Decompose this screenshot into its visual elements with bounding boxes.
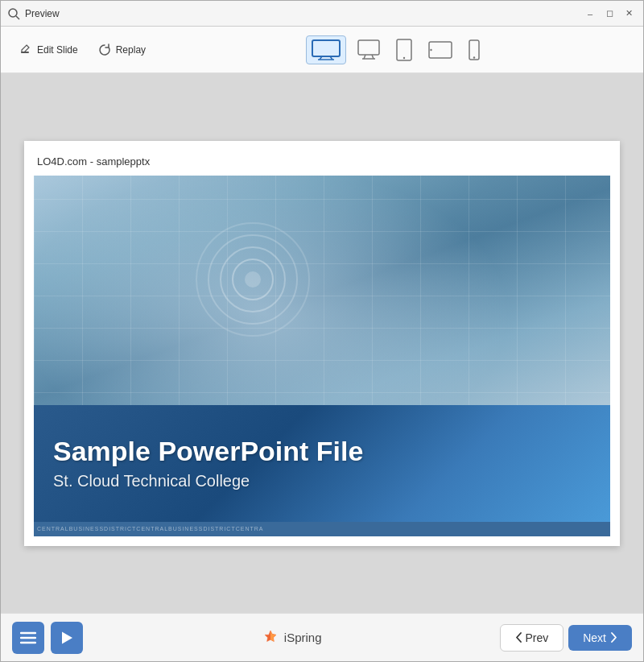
edit-slide-button[interactable]: Edit Slide bbox=[10, 39, 86, 61]
device-icons bbox=[306, 35, 485, 64]
device-desktop-wide-button[interactable] bbox=[306, 35, 346, 64]
next-button[interactable]: Next bbox=[568, 625, 632, 651]
prev-button[interactable]: Prev bbox=[500, 624, 564, 652]
ispring-brand-label: iSpring bbox=[284, 631, 322, 644]
tablet-landscape-icon bbox=[428, 41, 452, 59]
slide-container: LO4D.com - samplepptx Sample PowerPoint … bbox=[24, 141, 620, 546]
footer-left bbox=[12, 622, 83, 654]
menu-icon bbox=[20, 631, 36, 644]
maximize-button[interactable]: ◻ bbox=[601, 6, 617, 22]
svg-rect-7 bbox=[358, 40, 379, 55]
svg-point-16 bbox=[473, 56, 475, 58]
slide-bottom-text: CENTRALBUSINESSDISTRICTCENTRALBUSINESSDI… bbox=[37, 526, 263, 532]
title-bar-left: Preview bbox=[7, 7, 60, 20]
slide-bottom-bar: Sample PowerPoint File St. Cloud Technic… bbox=[34, 405, 610, 522]
device-tablet-landscape-button[interactable] bbox=[423, 38, 457, 62]
device-desktop-button[interactable] bbox=[353, 36, 385, 64]
chevron-left-icon bbox=[515, 632, 522, 643]
slide-subtitle: St. Cloud Technical College bbox=[53, 472, 591, 490]
content-area: LO4D.com - samplepptx Sample PowerPoint … bbox=[1, 73, 643, 613]
svg-rect-3 bbox=[312, 40, 340, 56]
slide-bottom-strip: CENTRALBUSINESSDISTRICTCENTRALBUSINESSDI… bbox=[34, 522, 610, 536]
slide-image: Sample PowerPoint File St. Cloud Technic… bbox=[34, 176, 610, 522]
footer-center: iSpring bbox=[91, 629, 492, 647]
device-tablet-portrait-button[interactable] bbox=[391, 35, 417, 64]
tablet-portrait-icon bbox=[396, 39, 412, 61]
play-button[interactable] bbox=[51, 622, 83, 654]
replay-label: Replay bbox=[116, 44, 146, 56]
title-bar: Preview – ◻ ✕ bbox=[1, 1, 643, 27]
ispring-star-icon bbox=[262, 629, 279, 647]
replay-button[interactable]: Replay bbox=[89, 39, 154, 61]
app-icon bbox=[7, 7, 20, 20]
title-bar-controls: – ◻ ✕ bbox=[582, 6, 637, 22]
close-button[interactable]: ✕ bbox=[621, 6, 637, 22]
menu-button[interactable] bbox=[12, 622, 44, 654]
minimize-button[interactable]: – bbox=[582, 6, 598, 22]
edit-icon bbox=[19, 43, 33, 57]
ispring-logo: iSpring bbox=[262, 629, 322, 647]
svg-rect-13 bbox=[429, 42, 452, 58]
footer-right: Prev Next bbox=[500, 624, 632, 652]
footer-bar: iSpring Prev Next bbox=[1, 613, 643, 661]
window-title: Preview bbox=[25, 8, 60, 19]
play-icon bbox=[60, 631, 73, 645]
slide-filename: LO4D.com - samplepptx bbox=[34, 151, 610, 176]
ripple-effect bbox=[188, 215, 317, 344]
svg-point-0 bbox=[9, 9, 17, 17]
desktop-icon bbox=[357, 39, 380, 60]
edit-slide-label: Edit Slide bbox=[37, 44, 78, 56]
desktop-wide-icon bbox=[312, 39, 341, 60]
svg-line-1 bbox=[16, 16, 19, 19]
mobile-icon bbox=[469, 39, 480, 60]
svg-point-12 bbox=[403, 56, 405, 58]
svg-point-14 bbox=[430, 48, 431, 50]
toolbar: Edit Slide Replay bbox=[1, 27, 643, 73]
device-mobile-button[interactable] bbox=[464, 36, 485, 64]
prev-label: Prev bbox=[525, 631, 548, 644]
chevron-right-icon bbox=[611, 632, 617, 643]
next-label: Next bbox=[583, 631, 606, 644]
preview-window: Preview – ◻ ✕ Edit Slide bbox=[0, 0, 644, 662]
svg-point-21 bbox=[245, 271, 261, 288]
slide-main-title: Sample PowerPoint File bbox=[53, 436, 591, 467]
replay-icon bbox=[97, 43, 112, 57]
